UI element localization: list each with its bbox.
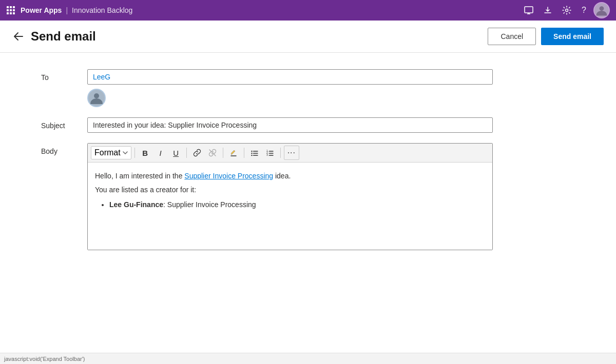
topbar-separator: | — [66, 6, 68, 14]
list-item: Lee Gu-Finance: Supplier Invoice Process… — [109, 199, 485, 210]
svg-rect-7 — [10, 12, 12, 14]
body-line1-suffix: idea. — [273, 172, 291, 180]
svg-point-19 — [251, 151, 252, 152]
body-line1-prefix: Hello, I am interested in the — [95, 172, 184, 180]
format-dropdown[interactable]: Format — [91, 146, 131, 159]
body-line1: Hello, I am interested in the Supplier I… — [95, 171, 485, 181]
svg-point-16 — [94, 93, 99, 98]
svg-rect-0 — [7, 6, 9, 8]
download-icon[interactable] — [541, 4, 555, 16]
recipient-avatar — [87, 89, 106, 107]
settings-icon[interactable] — [559, 4, 574, 17]
list-item-suffix: : Supplier Invoice Processing — [163, 200, 256, 209]
more-button[interactable]: ··· — [284, 146, 299, 160]
send-email-button[interactable]: Send email — [541, 28, 604, 45]
highlight-button[interactable] — [226, 147, 241, 159]
cancel-button[interactable]: Cancel — [488, 28, 536, 45]
main-content: To Subject Body Format — [0, 53, 616, 277]
svg-rect-9 — [525, 7, 533, 13]
format-label: Format — [94, 148, 121, 157]
status-text: javascript:void('Expand Toolbar') — [4, 356, 85, 362]
topbar-actions: ? — [521, 2, 610, 18]
toolbar-sep-5 — [280, 148, 281, 158]
svg-point-20 — [251, 153, 252, 154]
body-editor: Format B I U — [87, 143, 493, 250]
to-input[interactable] — [87, 69, 493, 85]
svg-rect-4 — [10, 9, 12, 11]
svg-rect-6 — [7, 12, 9, 14]
unlink-button[interactable] — [205, 147, 220, 159]
svg-point-12 — [566, 9, 568, 12]
editor-toolbar: Format B I U — [88, 144, 492, 163]
to-field-container — [87, 69, 493, 107]
status-bar: javascript:void('Expand Toolbar') — [0, 353, 616, 364]
link-button[interactable] — [190, 147, 204, 159]
subject-field-container — [87, 117, 493, 133]
brand-name: Power Apps — [21, 6, 62, 14]
subject-row: Subject — [41, 117, 575, 133]
svg-point-21 — [251, 155, 252, 156]
help-icon[interactable]: ? — [579, 4, 589, 17]
list-item-bold: Lee Gu-Finance — [109, 200, 163, 209]
topbar: Power Apps | Innovation Backlog ? — [0, 0, 616, 21]
to-label: To — [41, 69, 87, 82]
svg-rect-5 — [13, 9, 15, 11]
toolbar-sep-4 — [244, 148, 244, 158]
user-avatar[interactable] — [593, 2, 610, 18]
back-button[interactable] — [12, 30, 25, 43]
svg-rect-1 — [10, 6, 12, 8]
to-row: To — [41, 69, 575, 107]
toolbar-sep-3 — [223, 148, 223, 158]
toolbar-sep-1 — [134, 148, 135, 158]
svg-rect-8 — [13, 12, 15, 14]
body-label: Body — [41, 143, 87, 155]
body-row: Body Format B I U — [41, 143, 575, 250]
italic-button[interactable]: I — [153, 147, 168, 159]
app-name: Innovation Backlog — [72, 6, 132, 14]
svg-rect-3 — [7, 9, 9, 11]
grid-icon[interactable] — [6, 6, 15, 15]
underline-button[interactable]: U — [169, 147, 183, 159]
svg-point-14 — [600, 6, 604, 11]
header-actions: Cancel Send email — [488, 28, 604, 45]
toolbar-sep-2 — [186, 148, 187, 158]
svg-text:3.: 3. — [266, 153, 268, 156]
body-link[interactable]: Supplier Invoice Processing — [184, 172, 273, 180]
page-header: Send email Cancel Send email — [0, 21, 616, 53]
subject-label: Subject — [41, 117, 87, 130]
screen-icon[interactable] — [521, 4, 536, 17]
body-list: Lee Gu-Finance: Supplier Invoice Process… — [95, 199, 485, 210]
bold-button[interactable]: B — [138, 147, 152, 159]
body-line2: You are listed as a creator for it: — [95, 185, 485, 195]
editor-body-content[interactable]: Hello, I am interested in the Supplier I… — [88, 163, 492, 250]
ordered-list-button[interactable]: 1. 2. 3. — [263, 147, 277, 159]
subject-input[interactable] — [87, 117, 493, 133]
page-title: Send email — [31, 29, 488, 44]
svg-rect-2 — [13, 6, 15, 8]
unordered-list-button[interactable] — [247, 147, 262, 159]
